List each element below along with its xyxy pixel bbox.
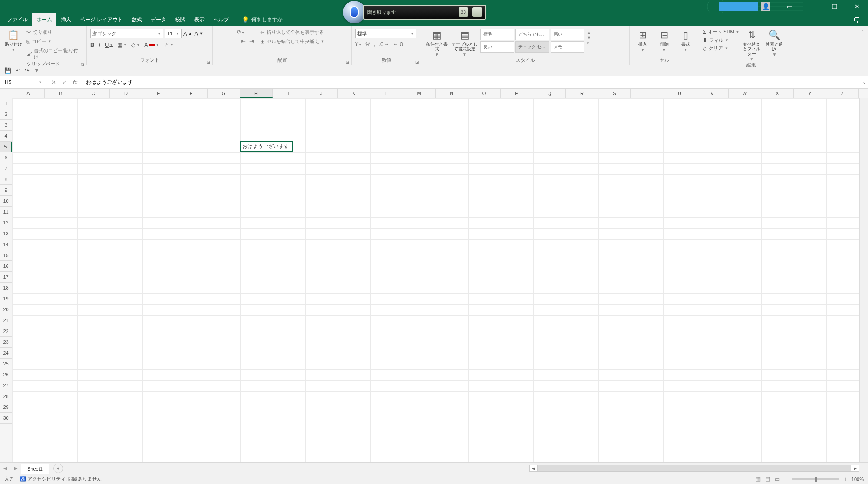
- conditional-format-button[interactable]: ▦条件付き書式▼: [425, 28, 449, 57]
- wrap-text-button[interactable]: ↩折り返して全体を表示する: [259, 29, 325, 36]
- zoom-out-button[interactable]: −: [784, 476, 788, 482]
- select-all-corner[interactable]: [0, 89, 12, 98]
- align-right-button[interactable]: ≣: [233, 38, 238, 44]
- clear-button[interactable]: ◇クリア▼: [703, 45, 739, 52]
- undo-button[interactable]: ↶: [16, 67, 20, 74]
- column-header-S[interactable]: S: [598, 89, 631, 98]
- row-header-5[interactable]: 5: [0, 142, 12, 152]
- row-header-1[interactable]: 1: [0, 98, 12, 109]
- row-header-7[interactable]: 7: [0, 163, 12, 174]
- voice-minimize-button[interactable]: —: [472, 7, 482, 17]
- microphone-button[interactable]: [343, 1, 366, 23]
- insert-function-button[interactable]: fx: [73, 79, 77, 86]
- row-header-22[interactable]: 22: [0, 326, 12, 337]
- accessibility-status[interactable]: ♿ アクセシビリティ: 問題ありません: [20, 476, 102, 482]
- align-middle-button[interactable]: ≡: [223, 29, 227, 35]
- copy-button[interactable]: ⎘コピー▼: [26, 38, 83, 45]
- voice-alt-button[interactable]: 23: [459, 7, 468, 17]
- column-header-G[interactable]: G: [208, 89, 240, 98]
- row-header-25[interactable]: 25: [0, 359, 12, 369]
- row-header-30[interactable]: 30: [0, 413, 12, 424]
- column-header-E[interactable]: E: [142, 89, 175, 98]
- styles-scroll-up[interactable]: ▲: [587, 30, 591, 35]
- zoom-thumb[interactable]: [815, 477, 817, 482]
- hscroll-right[interactable]: ▶: [851, 465, 859, 471]
- hscroll-left[interactable]: ◀: [530, 465, 538, 471]
- minimize-button[interactable]: —: [801, 0, 823, 13]
- row-header-23[interactable]: 23: [0, 337, 12, 348]
- active-cell[interactable]: おはようございます: [240, 141, 293, 152]
- tab-file[interactable]: ファイル: [3, 13, 32, 26]
- increase-decimal-button[interactable]: .0→: [379, 41, 389, 47]
- tab-data[interactable]: データ: [146, 13, 171, 26]
- tell-me[interactable]: 💡 何をしますか: [238, 13, 287, 26]
- expand-formula-bar-button[interactable]: ⌄: [860, 79, 868, 85]
- column-header-J[interactable]: J: [305, 89, 338, 98]
- row-header-28[interactable]: 28: [0, 391, 12, 402]
- row-header-10[interactable]: 10: [0, 196, 12, 207]
- page-break-view-button[interactable]: ▭: [775, 476, 780, 482]
- insert-cells-button[interactable]: ⊞挿入▼: [633, 28, 652, 52]
- styles-scroll-down[interactable]: ▼: [587, 36, 591, 40]
- increase-indent-button[interactable]: ⇥: [249, 38, 254, 44]
- sheet-nav-next[interactable]: ▶: [10, 465, 21, 471]
- phonetic-button[interactable]: ア▼: [164, 41, 174, 49]
- cancel-edit-button[interactable]: ✕: [51, 79, 56, 86]
- column-header-U[interactable]: U: [663, 89, 696, 98]
- formula-input[interactable]: [83, 78, 860, 87]
- column-header-L[interactable]: L: [370, 89, 403, 98]
- row-header-29[interactable]: 29: [0, 402, 12, 413]
- border-button[interactable]: ▦▼: [117, 42, 127, 48]
- decrease-indent-button[interactable]: ⇤: [241, 38, 246, 44]
- comments-button[interactable]: 🗨: [850, 15, 864, 26]
- sort-filter-button[interactable]: ⇅並べ替えとフィルター▼: [742, 28, 762, 62]
- row-header-12[interactable]: 12: [0, 217, 12, 228]
- column-header-Z[interactable]: Z: [826, 89, 859, 98]
- row-header-15[interactable]: 15: [0, 250, 12, 261]
- column-header-R[interactable]: R: [566, 89, 598, 98]
- redo-button[interactable]: ↷: [25, 67, 30, 74]
- column-header-N[interactable]: N: [436, 89, 468, 98]
- format-painter-button[interactable]: 🖌書式のコピー/貼り付け: [26, 47, 83, 61]
- cells-area[interactable]: おはようございます: [12, 98, 868, 462]
- italic-button[interactable]: I: [99, 42, 100, 48]
- tab-view[interactable]: 表示: [190, 13, 209, 26]
- comma-button[interactable]: ,: [374, 41, 376, 47]
- tab-page-layout[interactable]: ページ レイアウト: [76, 13, 127, 26]
- style-check[interactable]: チェック セ...: [515, 41, 549, 53]
- ribbon-display-button[interactable]: ▭: [779, 0, 800, 13]
- column-header-I[interactable]: I: [273, 89, 305, 98]
- font-launcher[interactable]: ◪: [207, 60, 211, 64]
- tab-insert[interactable]: 挿入: [56, 13, 76, 26]
- format-as-table-button[interactable]: ▤テーブルとして書式設定▼: [452, 28, 478, 57]
- column-header-Q[interactable]: Q: [533, 89, 566, 98]
- column-header-C[interactable]: C: [77, 89, 110, 98]
- close-button[interactable]: ✕: [846, 0, 868, 13]
- row-header-26[interactable]: 26: [0, 369, 12, 380]
- row-header-17[interactable]: 17: [0, 272, 12, 283]
- column-header-M[interactable]: M: [403, 89, 436, 98]
- row-header-24[interactable]: 24: [0, 348, 12, 359]
- style-bad[interactable]: 悪い: [551, 29, 584, 40]
- sheet-tab[interactable]: Sheet1: [21, 464, 49, 474]
- underline-button[interactable]: U▼: [105, 42, 113, 48]
- row-header-11[interactable]: 11: [0, 207, 12, 217]
- row-header-27[interactable]: 27: [0, 380, 12, 391]
- tab-review[interactable]: 校閲: [171, 13, 190, 26]
- row-header-21[interactable]: 21: [0, 315, 12, 326]
- fill-color-button[interactable]: ◇▼: [131, 42, 140, 48]
- column-header-F[interactable]: F: [175, 89, 208, 98]
- confirm-edit-button[interactable]: ✓: [62, 79, 67, 86]
- hscroll-thumb[interactable]: [538, 465, 851, 471]
- column-header-D[interactable]: D: [110, 89, 142, 98]
- style-good[interactable]: 良い: [480, 41, 514, 53]
- percent-button[interactable]: %: [365, 41, 370, 47]
- save-button[interactable]: 💾: [4, 67, 11, 74]
- decrease-font-button[interactable]: A▼: [194, 30, 203, 37]
- font-size-select[interactable]: 11▼: [165, 29, 182, 38]
- normal-view-button[interactable]: ▦: [756, 476, 761, 482]
- name-box[interactable]: H5▼: [2, 78, 45, 87]
- increase-font-button[interactable]: A▲: [183, 30, 192, 37]
- row-header-20[interactable]: 20: [0, 304, 12, 315]
- align-top-button[interactable]: ≡: [216, 29, 220, 35]
